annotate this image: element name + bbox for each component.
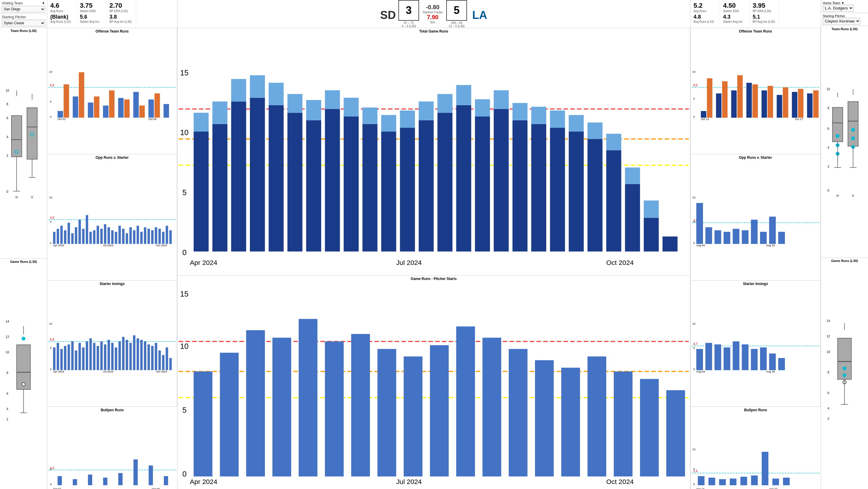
svg-rect-224 [351,334,370,476]
svg-rect-197 [569,132,584,252]
home-starter-era-block: 4.50 Starter ERA 4.3 Starter Avg Inn [720,0,750,28]
svg-rect-88 [155,227,157,244]
svg-text:0: 0 [50,483,52,486]
svg-rect-225 [377,349,396,476]
svg-text:8: 8 [6,371,8,374]
svg-rect-64 [68,223,70,244]
svg-rect-172 [325,90,340,109]
svg-point-336 [851,137,855,140]
svg-rect-147 [133,459,137,485]
svg-rect-261 [813,91,818,118]
svg-rect-146 [118,473,122,485]
svg-rect-73 [100,229,103,244]
svg-rect-163 [250,98,265,252]
svg-text:Jul 2024: Jul 2024 [103,244,113,247]
svg-text:5: 5 [693,97,695,100]
svg-rect-272 [724,232,731,244]
svg-rect-251 [737,75,743,118]
visiting-charts: Offense Team Runs 5.0 [47,28,178,489]
svg-rect-76 [111,230,114,244]
svg-rect-249 [722,81,727,118]
visiting-team-select[interactable]: San Diego [2,6,45,12]
svg-rect-46 [64,84,69,118]
svg-rect-166 [269,83,284,105]
svg-rect-49 [109,91,115,118]
visiting-dropdown-arrow: ▼ [42,1,45,5]
svg-rect-349 [838,338,851,379]
home-bullpen-svg: 1.0 0 5 10 Oct 13 Oct 2 [692,413,819,489]
svg-text:Oct 27: Oct 27 [769,488,777,489]
home-team-label: Home Team ▼ [823,1,866,5]
svg-rect-165 [269,105,284,252]
svg-rect-178 [381,115,396,132]
svg-rect-81 [129,227,132,244]
svg-rect-232 [561,367,580,476]
svg-text:V: V [31,196,33,199]
svg-point-31 [22,337,25,340]
svg-rect-276 [760,232,767,244]
visiting-bp-era-block: 2.70 BP ERA (L30) 3.8 BP Avg Inn (L30) [106,0,136,28]
svg-rect-103 [60,349,63,370]
svg-text:Aug 18: Aug 18 [766,244,775,247]
home-pitcher-select[interactable]: Clayton Kershaw [823,18,860,25]
svg-text:Aug 18: Aug 18 [766,370,775,373]
svg-rect-130 [158,350,161,370]
svg-rect-247 [707,78,712,118]
svg-text:H: H [836,194,839,197]
svg-text:SD: SD [380,9,396,21]
svg-rect-120 [122,337,125,370]
svg-rect-129 [155,343,157,370]
svg-text:Oct 2024: Oct 2024 [156,244,167,247]
svg-text:Oct 09: Oct 09 [149,118,156,121]
svg-rect-235 [640,379,659,477]
svg-rect-42 [118,98,123,118]
home-starter-innings-chart: Starter Innings 4.7 0 [690,281,821,407]
home-charts: Offense Team Runs 8.5 [690,28,821,489]
svg-rect-115 [104,345,106,370]
visiting-opp-runs-chart: Opp Runs v. Starter 3.0 [47,154,177,281]
svg-rect-226 [404,356,422,476]
svg-rect-200 [588,122,603,139]
svg-rect-142 [58,476,62,485]
visiting-pitcher-select[interactable]: Dylan Cease [2,20,45,26]
svg-text:12: 12 [6,335,9,338]
svg-rect-258 [792,92,797,118]
home-offense-chart: Offense Team Runs 8.5 [690,28,821,154]
svg-rect-109 [82,347,85,370]
home-team-select[interactable]: L.A. Dodgers [823,5,854,11]
svg-rect-66 [75,227,77,244]
svg-text:8.5: 8.5 [693,84,698,87]
svg-text:10: 10 [692,448,695,451]
svg-point-326 [836,134,839,138]
visiting-avg-runs-block: 4.6 Avg Runs (Blank) Avg Runs (L10) [47,0,77,28]
svg-rect-305 [719,479,726,485]
visiting-starter-era-block: 3.75 Starter ERA 5.6 Starter Avg Inn [77,0,106,28]
svg-rect-87 [151,230,154,244]
svg-rect-144 [88,475,92,485]
svg-text:10: 10 [49,322,52,325]
svg-text:10: 10 [692,196,695,199]
svg-text:Oct 2024: Oct 2024 [606,478,634,485]
svg-text:0: 0 [183,469,187,478]
visiting-offense-svg: 5.0 [49,34,176,153]
svg-rect-69 [86,215,88,244]
svg-text:Apr 2024: Apr 2024 [190,259,217,266]
svg-rect-78 [119,226,121,243]
svg-rect-79 [122,229,125,244]
svg-rect-311 [783,478,790,485]
home-dropdown-arrow: ▼ [841,1,844,5]
svg-text:2: 2 [828,165,829,168]
svg-rect-229 [483,338,501,476]
visiting-team-runs-svg: 10 8 6 4 2 0 H V [1,33,46,257]
svg-text:10: 10 [6,89,9,92]
svg-text:Apr 2024: Apr 2024 [53,244,64,247]
home-pitcher-label: Starting Pitcher [823,14,866,18]
svg-rect-271 [714,230,721,244]
svg-rect-292 [751,349,758,370]
svg-rect-171 [325,109,340,252]
svg-rect-14 [27,108,37,159]
svg-rect-72 [97,226,99,243]
svg-rect-260 [807,93,812,118]
svg-rect-160 [212,101,227,124]
visiting-bullpen-svg: 1.5 0 5 Oct 02 Oct 09 [49,413,176,489]
